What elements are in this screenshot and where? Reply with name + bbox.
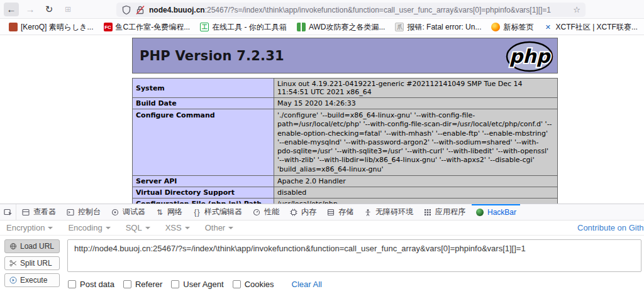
- bookmark-label: 鱼C工作室-免费编程...: [116, 22, 191, 33]
- menu-xss[interactable]: XSS: [165, 223, 190, 232]
- tab-inspector[interactable]: 查看器: [16, 204, 61, 220]
- post-data-checkbox[interactable]: Post data: [68, 280, 114, 289]
- tab-label: 样式编辑器: [204, 207, 242, 217]
- element-picker-button[interactable]: [0, 204, 16, 220]
- table-row: Virtual Directory Supportdisabled: [133, 187, 558, 199]
- bookmark-item[interactable]: AWD攻防赛之各类漏...: [293, 21, 389, 34]
- bookmark-item[interactable]: 爪报错: Fatal error: Un...: [391, 21, 485, 34]
- tab-network[interactable]: ⇅网络: [150, 204, 187, 220]
- tab-label: 调试器: [123, 207, 145, 217]
- url-host: node4.buuoj.cn: [149, 6, 205, 14]
- console-icon: [66, 208, 75, 217]
- tab-storage[interactable]: 存储: [321, 204, 358, 220]
- browser-toolbar: ← → ↻ ⊞ node4.buuoj.cn:25467/?s=/index/\…: [0, 0, 644, 19]
- menu-label: XSS: [165, 223, 182, 232]
- table-row: Build DateMay 15 2020 14:26:33: [133, 98, 558, 109]
- row-value: /usr/local/etc/php: [274, 199, 558, 204]
- table-row: Configuration File (php.ini) Path/usr/lo…: [133, 199, 558, 204]
- bookmark-label: [KeroQ] 素晴らしき...: [21, 22, 94, 33]
- url-path: :25467/?s=/index/\think\app/invokefuncti…: [205, 6, 551, 14]
- bookmark-item[interactable]: [KeroQ] 素晴らしき...: [5, 21, 97, 34]
- checkbox-label: User Agent: [183, 280, 223, 289]
- chevron-down-icon: [106, 227, 111, 229]
- accessibility-icon: [364, 208, 372, 217]
- checkbox-label: Referer: [135, 280, 162, 289]
- tab-label: 查看器: [33, 207, 56, 217]
- menu-encoding[interactable]: Encoding: [68, 223, 110, 232]
- tab-console[interactable]: 控制台: [61, 204, 106, 220]
- bookmark-item[interactable]: 新标签页: [487, 21, 537, 34]
- tab-label: 网络: [167, 207, 182, 217]
- checkbox-label: Cookies: [245, 280, 274, 289]
- cookies-checkbox[interactable]: Cookies: [233, 280, 274, 289]
- row-value: Apache 2.0 Handler: [274, 176, 558, 187]
- user-agent-checkbox[interactable]: User Agent: [171, 280, 223, 289]
- clear-all-link[interactable]: Clear All: [292, 280, 322, 289]
- devtools-tabbar: 查看器 控制台 调试器 ⇅网络 { }样式编辑器 性能 内存 存储 无障碍环境 …: [0, 204, 644, 220]
- menu-sql[interactable]: SQL: [126, 223, 150, 232]
- row-label: System: [133, 79, 274, 98]
- menu-encryption[interactable]: Encryption: [6, 223, 53, 232]
- forward-button[interactable]: →: [23, 3, 38, 16]
- load-url-button[interactable]: Load URL: [4, 239, 60, 253]
- bookmark-label: 报错: Fatal error: Un...: [407, 22, 481, 33]
- php-logo: php: [506, 41, 553, 72]
- tab-memory[interactable]: 内存: [284, 204, 321, 220]
- bookmark-label: XCTF社区 | XCTF联赛...: [555, 22, 637, 33]
- chevron-down-icon: [185, 227, 190, 229]
- tab-hackbar[interactable]: HackBar: [470, 204, 521, 220]
- tab-debugger[interactable]: 调试器: [106, 204, 150, 220]
- debugger-icon: [111, 208, 119, 217]
- url-bar[interactable]: node4.buuoj.cn:25467/?s=/index/\think\ap…: [116, 3, 586, 17]
- tab-application[interactable]: 应用程序: [418, 204, 470, 220]
- table-row: Configure Command'./configure' '--build=…: [133, 109, 558, 176]
- reload-button[interactable]: ↻: [42, 3, 57, 16]
- referer-checkbox[interactable]: Referer: [123, 280, 162, 289]
- split-url-button[interactable]: Split URL: [4, 256, 60, 270]
- menu-label: Encryption: [6, 223, 45, 232]
- tab-label: 存储: [338, 207, 353, 217]
- page-title: PHP Version 7.2.31: [133, 48, 284, 63]
- toolbar-extra-icon[interactable]: ⊞: [60, 3, 75, 16]
- chevron-down-icon: [145, 227, 150, 229]
- execute-button[interactable]: Execute: [4, 273, 60, 287]
- bookmark-item[interactable]: 工在线工具 - 你的工具箱: [196, 21, 291, 34]
- tab-accessibility[interactable]: 无障碍环境: [358, 204, 418, 220]
- button-label: Split URL: [20, 259, 52, 268]
- table-row: SystemLinux out 4.19.221-0419221-generic…: [133, 79, 558, 98]
- button-label: Load URL: [20, 242, 54, 251]
- insecure-lock-icon[interactable]: [135, 5, 145, 15]
- globe-icon: [9, 242, 17, 250]
- phpinfo-table: SystemLinux out 4.19.221-0419221-generic…: [132, 78, 558, 204]
- menu-label: SQL: [126, 223, 142, 232]
- url-text[interactable]: node4.buuoj.cn:25467/?s=/index/\think\ap…: [149, 6, 551, 14]
- hackbar-url-input[interactable]: http://node4.buuoj.cn:25467/?s=/index/\t…: [67, 239, 641, 272]
- bookmark-item[interactable]: FC鱼C工作室-免费编程...: [100, 21, 194, 34]
- chevron-down-icon: [48, 227, 53, 229]
- tab-style-editor[interactable]: { }样式编辑器: [187, 204, 247, 220]
- phpinfo-report: PHP Version 7.2.31 php SystemLinux out 4…: [132, 38, 558, 204]
- contribute-link[interactable]: Contribute on Github: [577, 223, 644, 232]
- checkbox-icon: [68, 280, 76, 288]
- bookmark-star-icon[interactable]: ☆: [573, 5, 580, 14]
- menu-other[interactable]: Other: [205, 223, 234, 232]
- row-label: Configuration File (php.ini) Path: [133, 199, 274, 204]
- menu-label: Other: [205, 223, 226, 232]
- button-label: Execute: [20, 276, 47, 285]
- row-value: './configure' '--build=x86_64-linux-gnu'…: [274, 109, 558, 176]
- bookmark-label: 新标签页: [503, 22, 533, 33]
- style-editor-icon: { }: [192, 208, 201, 217]
- shield-icon[interactable]: [121, 5, 131, 15]
- bookmark-item[interactable]: ✕XCTF社区 | XCTF联赛...: [540, 21, 641, 34]
- checkbox-label: Post data: [80, 280, 114, 289]
- back-button[interactable]: ←: [4, 3, 19, 16]
- row-label: Server API: [133, 176, 274, 187]
- tab-performance[interactable]: 性能: [247, 204, 284, 220]
- bookmark-favicon: FC: [104, 23, 113, 31]
- tab-label: 内存: [301, 207, 316, 217]
- bookmark-favicon: 工: [200, 23, 209, 31]
- hackbar-options-row: Post data Referer User Agent Cookies Cle…: [68, 280, 322, 289]
- devtools-panel: 查看器 控制台 调试器 ⇅网络 { }样式编辑器 性能 内存 存储 无障碍环境 …: [0, 204, 644, 294]
- row-value: May 15 2020 14:26:33: [274, 98, 558, 109]
- browser-window: ← → ↻ ⊞ node4.buuoj.cn:25467/?s=/index/\…: [0, 0, 644, 294]
